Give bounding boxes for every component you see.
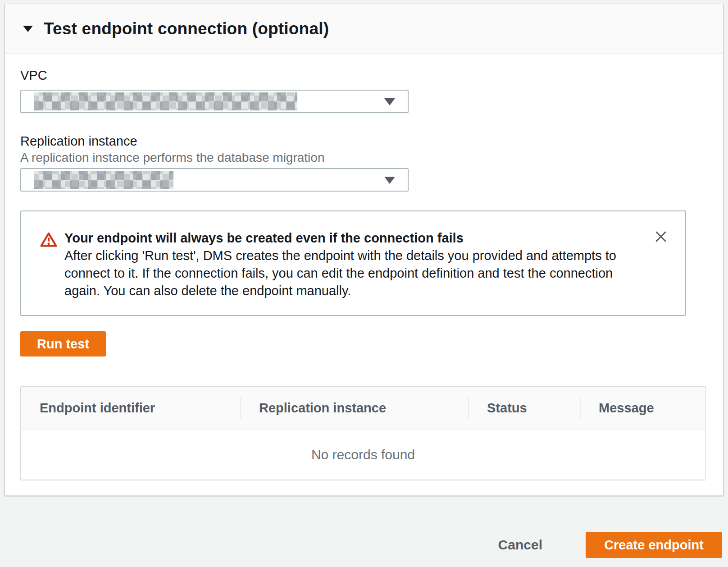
replication-instance-select[interactable] [20,168,409,192]
column-header-status: Status [468,387,580,430]
test-endpoint-connection-panel: Test endpoint connection (optional) VPC … [5,4,723,496]
caret-down-icon [384,98,395,105]
vpc-selected-value-redacted [34,92,297,110]
test-results-table: Endpoint identifier Replication instance… [20,386,706,480]
panel-title: Test endpoint connection (optional) [44,19,329,38]
replication-instance-label: Replication instance [20,134,708,149]
panel-header[interactable]: Test endpoint connection (optional) [5,4,723,54]
close-icon[interactable] [651,227,671,247]
column-header-endpoint-identifier: Endpoint identifier [21,387,240,430]
form-footer-actions: Cancel Create endpoint [477,532,722,558]
table-empty-message: No records found [21,430,705,480]
cancel-button[interactable]: Cancel [477,532,564,558]
warning-alert: Your endpoint will always be created eve… [20,210,686,316]
replication-selected-value-redacted [34,171,173,189]
vpc-select[interactable] [20,90,409,113]
table-header-row: Endpoint identifier Replication instance… [21,387,705,430]
warning-body: After clicking 'Run test', DMS creates t… [64,247,636,300]
column-header-message: Message [580,387,705,430]
panel-body: VPC Replication instance A replication i… [5,68,723,480]
page: Test endpoint connection (optional) VPC … [0,0,728,567]
warning-content: Your endpoint will always be created eve… [64,229,636,300]
replication-instance-description: A replication instance performs the data… [20,151,708,165]
vpc-label: VPC [20,68,708,83]
caret-down-icon [384,177,395,184]
column-header-replication-instance: Replication instance [240,387,468,430]
collapse-triangle-icon [23,26,33,32]
create-endpoint-button[interactable]: Create endpoint [586,532,722,558]
warning-title: Your endpoint will always be created eve… [64,229,636,247]
run-test-button[interactable]: Run test [20,331,106,357]
warning-triangle-icon [40,232,57,249]
